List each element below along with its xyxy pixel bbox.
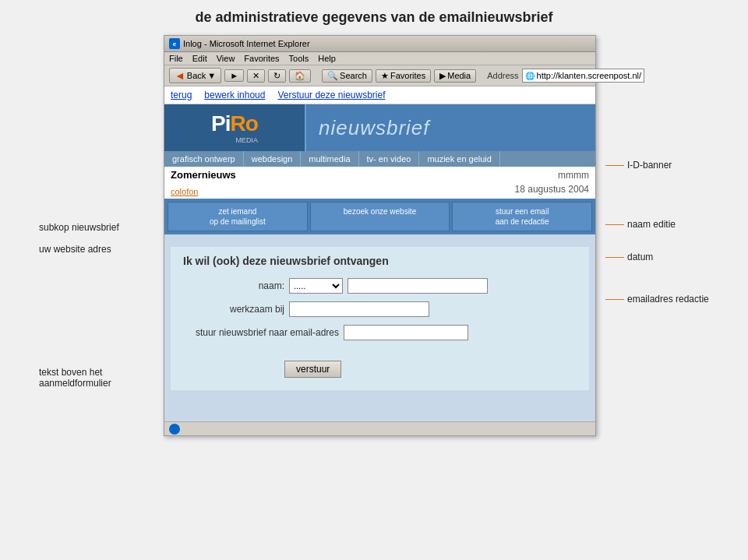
piro-media-label: MEDIA <box>211 136 258 144</box>
nav-muziek[interactable]: muziek en geluid <box>419 151 500 167</box>
subject-text: Zomernieuws <box>171 169 236 181</box>
werkzaam-input[interactable] <box>289 301 429 317</box>
body-content: Ik wil (ook) deze nieuwsbrief ontvangen … <box>164 234 595 421</box>
newsletter-area: PiRo MEDIA nieuwsbrief grafisch ontwerp … <box>164 104 595 421</box>
home-button[interactable]: 🏠 <box>289 69 311 83</box>
menu-edit[interactable]: Edit <box>192 54 207 63</box>
signup-form[interactable]: naam: ..... de heer mevrouw werkzaam bij <box>183 278 577 378</box>
email-button[interactable]: stuur een email aan de redactie <box>452 202 592 231</box>
nav-tv-video[interactable]: tv- en video <box>359 151 420 167</box>
werkzaam-row: werkzaam bij <box>183 301 577 317</box>
piro-banner: PiRo MEDIA nieuwsbrief <box>164 104 595 151</box>
right-label-datum: datum <box>596 250 709 264</box>
signup-title: Ik wil (ook) deze nieuwsbrief ontvangen <box>183 255 577 267</box>
browser-titlebar: e Inlog - Microsoft Internet Explorer <box>164 36 595 52</box>
menu-help[interactable]: Help <box>318 54 336 63</box>
right-label-id-banner: I-D-banner <box>596 158 709 172</box>
address-label: Address <box>487 71 518 80</box>
naam-input[interactable] <box>348 278 488 294</box>
media-icon: ▶ <box>439 71 446 81</box>
stop-button[interactable]: ✕ <box>247 69 265 83</box>
address-icon: 🌐 <box>525 72 535 80</box>
left-annotation-column: subkop nieuwsbrief uw website adres teks… <box>39 35 164 406</box>
nav-webdesign[interactable]: webdesign <box>244 151 302 167</box>
back-arrow-icon: ◄ <box>175 69 185 82</box>
colofon-link[interactable]: colofon <box>171 187 198 196</box>
search-icon: 🔍 <box>327 71 338 81</box>
menu-file[interactable]: File <box>169 54 183 63</box>
naam-label: naam: <box>183 280 284 291</box>
right-label-emailadres: emailadres redactie <box>596 292 709 306</box>
status-icon <box>169 424 180 435</box>
back-button[interactable]: ◄ Back ▼ <box>169 68 221 83</box>
website-button[interactable]: bezoek onze website <box>310 202 450 231</box>
colofon-row: colofon <box>171 184 198 198</box>
left-label-tekst: tekst boven het aanmeldformulier <box>39 356 164 389</box>
nieuwsbrief-text: nieuwsbrief <box>319 116 430 140</box>
cta-row: zet iemand op de mailinglist bezoek onze… <box>164 199 595 234</box>
menu-view[interactable]: View <box>217 54 235 63</box>
naam-row: naam: ..... de heer mevrouw <box>183 278 577 294</box>
browser-statusbar <box>164 421 595 435</box>
email-input[interactable] <box>344 325 468 340</box>
right-annotation-column: I-D-banner naam editie datum emailadres … <box>596 35 709 320</box>
browser-title: Inlog - Microsoft Internet Explorer <box>183 39 310 48</box>
browser-menubar[interactable]: File Edit View Favorites Tools Help <box>164 52 595 65</box>
forward-button[interactable]: ► <box>224 69 244 82</box>
refresh-button[interactable]: ↻ <box>268 69 286 83</box>
date-text: 18 augustus 2004 <box>515 184 589 198</box>
nav-terug[interactable]: terug <box>171 90 192 100</box>
right-label-naam-editie: naam editie <box>596 217 709 231</box>
email-label: stuur nieuwsbrief naar email-adres <box>183 327 339 338</box>
media-button[interactable]: ▶ Media <box>434 69 476 83</box>
menu-favorites[interactable]: Favorites <box>244 54 279 63</box>
browser-window: e Inlog - Microsoft Internet Explorer Fi… <box>164 35 596 436</box>
browser-icon: e <box>169 38 180 49</box>
browser-toolbar: ◄ Back ▼ ► ✕ ↻ 🏠 🔍 Search ★ Favorites ▶ … <box>164 65 595 86</box>
piro-nieuwsbrief-section: nieuwsbrief <box>305 104 595 151</box>
browser-nav: terug bewerk inhoud Verstuur deze nieuws… <box>164 86 595 104</box>
edition-label: mmmm <box>558 170 589 181</box>
nav-multimedia[interactable]: multimedia <box>301 151 358 167</box>
werkzaam-label: werkzaam bij <box>183 304 284 315</box>
subject-row: Zomernieuws mmmm <box>164 167 595 183</box>
left-label-subkop: subkop nieuwsbrief <box>39 222 164 233</box>
favorites-star-icon: ★ <box>381 71 389 81</box>
left-label-website: uw website adres <box>39 244 164 255</box>
favorites-button[interactable]: ★ Favorites <box>376 69 431 83</box>
submit-button[interactable]: verstuur <box>284 361 341 378</box>
menu-tools[interactable]: Tools <box>289 54 309 63</box>
search-button[interactable]: 🔍 Search <box>322 69 372 83</box>
piro-logo: PiRo MEDIA <box>211 111 258 144</box>
newsletter-navbar: grafisch ontwerp webdesign multimedia tv… <box>164 151 595 167</box>
signup-form-area: Ik wil (ook) deze nieuwsbrief ontvangen … <box>171 247 589 390</box>
nav-grafisch[interactable]: grafisch ontwerp <box>164 151 244 167</box>
nav-verstuur[interactable]: Verstuur deze nieuwsbrief <box>277 90 385 100</box>
submit-row: verstuur <box>183 356 577 378</box>
email-row: stuur nieuwsbrief naar email-adres <box>183 325 577 340</box>
piro-logo-section: PiRo MEDIA <box>164 104 305 151</box>
page-title: de administratieve gegevens van de email… <box>0 0 748 32</box>
naam-select[interactable]: ..... de heer mevrouw <box>289 278 343 294</box>
nav-bewerk-inhoud[interactable]: bewerk inhoud <box>204 90 265 100</box>
mailinglist-button[interactable]: zet iemand op de mailinglist <box>168 202 308 231</box>
